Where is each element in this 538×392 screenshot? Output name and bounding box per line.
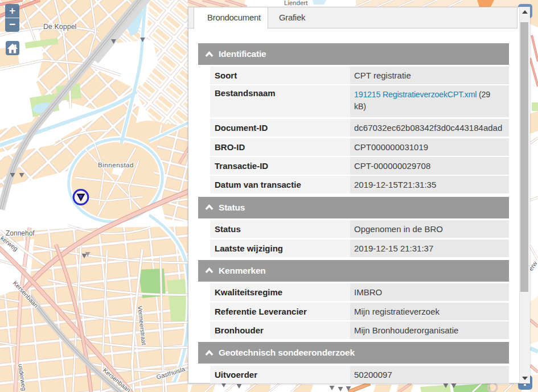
svg-text:Binnenstad: Binnenstad xyxy=(98,161,134,169)
svg-text:De Koppel: De Koppel xyxy=(43,23,76,31)
svg-text:Zonnehof: Zonnehof xyxy=(6,229,35,237)
svg-text:Liendert: Liendert xyxy=(284,0,308,6)
